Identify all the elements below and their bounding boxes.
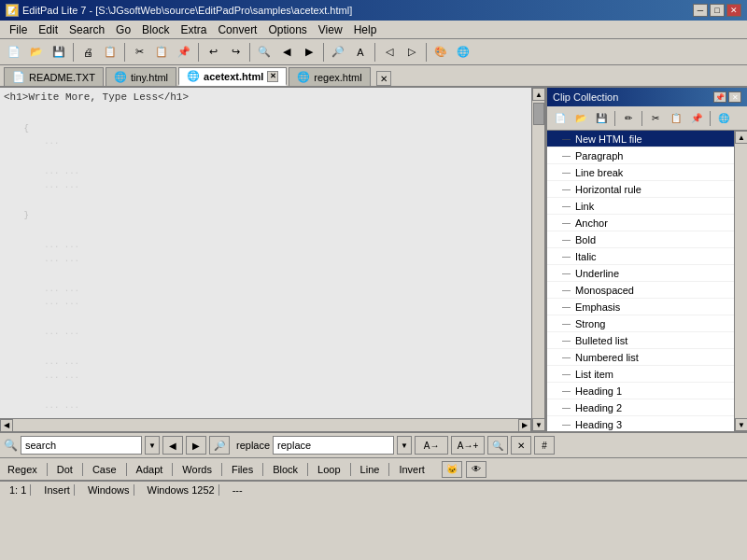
tab-tiny[interactable]: 🌐 tiny.html (106, 67, 176, 86)
search-clear-btn[interactable]: ✕ (511, 436, 531, 455)
clip-item-0[interactable]: — New HTML file (547, 131, 734, 147)
search-input[interactable] (21, 436, 142, 455)
editor-scroll-up[interactable]: ▲ (532, 88, 545, 101)
clip-close-btn[interactable]: ✕ (728, 91, 741, 103)
search-regex-btn[interactable]: Regex (4, 463, 41, 476)
tab-acetext-close[interactable]: ✕ (267, 71, 278, 82)
new-file-btn[interactable]: 📄 (4, 42, 24, 63)
cut-btn[interactable]: ✂ (129, 42, 149, 63)
search-block-btn[interactable]: Block (269, 463, 302, 476)
search-cat-btn[interactable]: 🐱 (442, 461, 462, 478)
zoom-btn[interactable]: 🔎 (328, 42, 348, 63)
search-next-btn[interactable]: ▶ (186, 436, 206, 455)
clip-web-btn[interactable]: 🌐 (714, 110, 733, 127)
replace-dropdown[interactable]: ▼ (397, 436, 412, 455)
web-btn[interactable]: 🌐 (453, 42, 473, 63)
clip-item-17[interactable]: — Heading 3 (547, 416, 734, 431)
close-all-tabs-btn[interactable]: ✕ (376, 71, 391, 86)
search-case-btn[interactable]: Case (89, 463, 120, 476)
search-adapt-btn[interactable]: Adapt (133, 463, 167, 476)
minimize-button[interactable]: ─ (693, 4, 708, 17)
clip-item-13[interactable]: — Numbered list (547, 349, 734, 366)
color-btn[interactable]: 🎨 (430, 42, 451, 63)
clip-save-btn[interactable]: 💾 (592, 110, 611, 127)
find-next-btn[interactable]: ▶ (299, 42, 319, 63)
undo-btn[interactable]: ↩ (203, 42, 223, 63)
clip-item-8[interactable]: — Underline (547, 265, 734, 282)
find-prev-btn[interactable]: ◀ (276, 42, 297, 63)
replace-all-btn[interactable]: A→+ (451, 436, 485, 455)
menu-search[interactable]: Search (63, 22, 110, 37)
replace-input[interactable] (273, 436, 394, 455)
search-line-btn[interactable]: Line (357, 463, 384, 476)
tab-readme[interactable]: 📄 README.TXT (4, 67, 104, 86)
menu-options[interactable]: Options (262, 22, 312, 37)
clip-copy-btn[interactable]: 📋 (667, 110, 685, 127)
clip-item-4[interactable]: — Link (547, 198, 734, 215)
clip-item-6[interactable]: — Bold (547, 231, 734, 248)
font-btn[interactable]: A (350, 42, 371, 63)
find-btn[interactable]: 🔍 (254, 42, 275, 63)
clip-vscrollbar[interactable]: ▲ ▼ (734, 131, 747, 431)
editor-scroll-thumb[interactable] (533, 103, 544, 125)
tab-regex[interactable]: 🌐 regex.html (289, 67, 370, 86)
editor-scroll-down[interactable]: ▼ (532, 418, 545, 431)
maximize-button[interactable]: □ (710, 4, 725, 17)
search-zoom-btn[interactable]: 🔎 (209, 436, 230, 455)
search-dropdown[interactable]: ▼ (145, 436, 160, 455)
clip-item-7[interactable]: — Italic (547, 248, 734, 265)
clip-scroll-up[interactable]: ▲ (735, 131, 747, 144)
menu-file[interactable]: File (4, 22, 33, 37)
open-btn[interactable]: 📂 (26, 42, 47, 63)
editor-hscroll-left[interactable]: ◀ (0, 419, 13, 432)
clip-item-15[interactable]: — Heading 1 (547, 383, 734, 399)
print-btn[interactable]: 🖨 (78, 42, 98, 63)
replace-btn[interactable]: A→ (415, 436, 448, 455)
menu-edit[interactable]: Edit (33, 22, 63, 37)
paste-btn[interactable]: 📌 (174, 42, 194, 63)
clip-item-1[interactable]: — Paragraph (547, 147, 734, 164)
clip-item-12[interactable]: — Bulleted list (547, 332, 734, 349)
clip-item-2[interactable]: — Line break (547, 164, 734, 181)
right-align-btn[interactable]: ▷ (402, 42, 422, 63)
menu-block[interactable]: Block (136, 22, 175, 37)
menu-extra[interactable]: Extra (175, 22, 212, 37)
clip-item-16[interactable]: — Heading 2 (547, 399, 734, 416)
clip-item-14[interactable]: — List item (547, 366, 734, 383)
search-words-btn[interactable]: Words (178, 463, 216, 476)
menu-convert[interactable]: Convert (212, 22, 262, 37)
editor-content[interactable]: <h1>Write More, Type Less</h1> { ... ...… (0, 88, 544, 431)
left-align-btn[interactable]: ◁ (379, 42, 400, 63)
editor-vscrollbar[interactable]: ▲ ▼ (531, 88, 544, 431)
tab-acetext[interactable]: 🌐 acetext.html ✕ (178, 67, 287, 86)
clip-edit-btn[interactable]: ✏ (619, 110, 638, 127)
search-loop-btn[interactable]: Loop (314, 463, 344, 476)
menu-view[interactable]: View (313, 22, 348, 37)
clip-cut-btn[interactable]: ✂ (646, 110, 665, 127)
clip-item-11[interactable]: — Strong (547, 315, 734, 332)
clip-open-btn[interactable]: 📂 (571, 110, 590, 127)
editor-hscroll-right[interactable]: ▶ (518, 419, 531, 432)
search-count-btn[interactable]: # (534, 436, 555, 455)
search-find-btn[interactable]: 🔍 (487, 436, 508, 455)
clip-pin-btn[interactable]: 📌 (713, 91, 726, 103)
print-preview-btn[interactable]: 📋 (100, 42, 120, 63)
clip-item-5[interactable]: — Anchor (547, 215, 734, 231)
search-dot-btn[interactable]: Dot (53, 463, 77, 476)
redo-btn[interactable]: ↪ (225, 42, 246, 63)
close-button[interactable]: ✕ (726, 4, 741, 17)
search-invert-btn[interactable]: Invert (395, 463, 429, 476)
clip-new-btn[interactable]: 📄 (551, 110, 570, 127)
editor-hscrollbar[interactable]: ◀ ▶ (0, 418, 531, 431)
clip-item-10[interactable]: — Emphasis (547, 299, 734, 315)
clip-paste-btn[interactable]: 📌 (687, 110, 706, 127)
save-btn[interactable]: 💾 (49, 42, 69, 63)
clip-item-9[interactable]: — Monospaced (547, 282, 734, 299)
search-prev-btn[interactable]: ◀ (162, 436, 183, 455)
search-eye-btn[interactable]: 👁 (466, 461, 486, 478)
clip-item-3[interactable]: — Horizontal rule (547, 181, 734, 198)
copy-btn[interactable]: 📋 (151, 42, 172, 63)
menu-help[interactable]: Help (348, 22, 383, 37)
search-files-btn[interactable]: Files (228, 463, 257, 476)
clip-scroll-down[interactable]: ▼ (735, 418, 747, 431)
